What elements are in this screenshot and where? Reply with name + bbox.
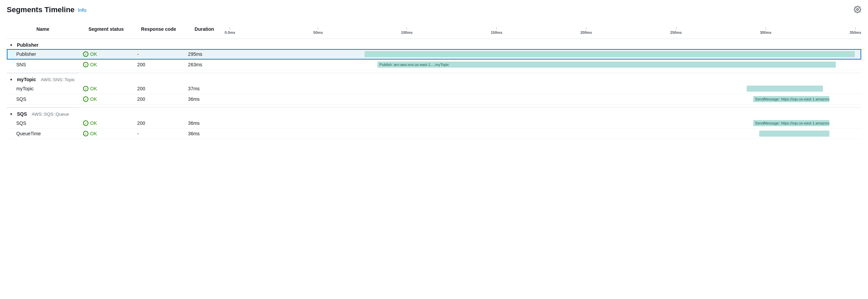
row-response-code: - <box>133 49 184 60</box>
ok-icon: ✓ <box>83 86 88 91</box>
timeline-bar: Publish: arn:aws:sns:us-east-1:...:myTop… <box>377 62 836 68</box>
row-name: QueueTime <box>7 129 79 139</box>
ok-icon: ✓ <box>83 62 88 67</box>
timeline-cell: SendMessage: https://sqs.us-east-1.amazo… <box>225 118 861 128</box>
scale-tick: 50ms <box>313 27 323 34</box>
timeline-cell <box>225 49 861 59</box>
col-response-header: Response code <box>133 20 184 39</box>
timeline-bar <box>365 51 855 57</box>
bar-label: Publish: arn:aws:sns:us-east-1:...:myTop… <box>379 63 449 67</box>
table-row[interactable]: SQS ✓ OK 200 36ms SendMessage: https://s… <box>7 94 861 105</box>
status-label: OK <box>90 86 97 91</box>
ok-icon: ✓ <box>83 96 88 102</box>
scale-tick: 0.0ms <box>225 27 235 34</box>
row-timeline <box>225 129 861 139</box>
row-timeline: SendMessage: https://sqs.us-east-1.amazo… <box>225 118 861 129</box>
scale-tick: 100ms <box>401 27 413 34</box>
timeline-cell: SendMessage: https://sqs.us-east-1.amazo… <box>225 94 861 104</box>
row-status: ✓ OK <box>79 118 133 129</box>
row-response-code: 200 <box>133 60 184 70</box>
col-duration-header: Duration <box>184 20 225 39</box>
row-name: SQS <box>7 118 79 129</box>
scale-tick: 250ms <box>670 27 682 34</box>
timeline-table: Name Segment status Response code Durati… <box>7 20 861 139</box>
timeline-scale: 0.0ms50ms100ms150ms200ms250ms300ms350ms <box>225 22 861 36</box>
timeline-bar: SendMessage: https://sqs.us-east-1.amazo… <box>753 120 829 126</box>
col-timeline-header: 0.0ms50ms100ms150ms200ms250ms300ms350ms <box>225 20 861 39</box>
row-response-code: - <box>133 129 184 139</box>
timeline-bar <box>747 86 823 92</box>
group-type-label: AWS::SNS::Topic <box>41 77 75 82</box>
timeline-cell <box>225 129 861 138</box>
row-response-code: 200 <box>133 118 184 129</box>
ok-icon: ✓ <box>83 120 88 126</box>
scale-ticks: 0.0ms50ms100ms150ms200ms250ms300ms350ms <box>225 27 861 34</box>
chevron-icon[interactable]: ▼ <box>9 78 13 82</box>
page-header-left: Segments Timeline Info <box>7 5 86 14</box>
page-title: Segments Timeline <box>7 5 75 14</box>
row-status: ✓ OK <box>79 129 133 139</box>
page-container: Segments Timeline Info Name Segment stat… <box>0 0 868 144</box>
row-response-code: 200 <box>133 84 184 94</box>
group-name: Publisher <box>17 42 39 48</box>
col-status-header: Segment status <box>79 20 133 39</box>
scale-tick: 200ms <box>580 27 592 34</box>
status-label: OK <box>90 131 97 136</box>
row-duration: 263ms <box>184 60 225 70</box>
row-duration: 36ms <box>184 118 225 129</box>
row-status: ✓ OK <box>79 94 133 105</box>
group-name: myTopic <box>17 77 36 82</box>
row-status: ✓ OK <box>79 49 133 60</box>
table-row[interactable]: myTopic ✓ OK 200 37ms <box>7 84 861 94</box>
row-timeline: Publish: arn:aws:sns:us-east-1:...:myTop… <box>225 60 861 70</box>
settings-icon[interactable] <box>854 6 861 14</box>
group-separator <box>7 70 861 73</box>
scale-tick: 150ms <box>491 27 502 34</box>
table-row[interactable]: Publisher ✓ OK - 295ms <box>7 49 861 60</box>
bar-label: SendMessage: https://sqs.us-east-1.amazo… <box>755 121 829 125</box>
table-row[interactable]: QueueTime ✓ OK - 36ms <box>7 129 861 139</box>
row-name: Publisher <box>7 49 79 60</box>
scale-tick: 350ms <box>850 27 861 34</box>
status-label: OK <box>90 120 97 126</box>
group-header-mytopic-group: ▼ myTopic AWS::SNS::Topic <box>7 73 861 84</box>
timeline-bar <box>759 131 829 137</box>
timeline-cell <box>225 84 861 93</box>
svg-point-0 <box>856 8 859 10</box>
timeline-bar: SendMessage: https://sqs.us-east-1.amazo… <box>753 96 829 102</box>
row-name: SQS <box>7 94 79 105</box>
chevron-icon[interactable]: ▼ <box>9 112 13 116</box>
page-header: Segments Timeline Info <box>7 5 861 14</box>
scale-tick: 300ms <box>760 27 771 34</box>
row-timeline <box>225 84 861 94</box>
row-timeline <box>225 49 861 60</box>
row-response-code: 200 <box>133 94 184 105</box>
group-type-label: AWS::SQS::Queue <box>32 112 69 117</box>
table-row[interactable]: SQS ✓ OK 200 36ms SendMessage: https://s… <box>7 118 861 129</box>
info-link[interactable]: Info <box>78 7 86 13</box>
group-header-publisher-group: ▼ Publisher <box>7 39 861 49</box>
row-duration: 37ms <box>184 84 225 94</box>
chevron-icon[interactable]: ▼ <box>9 43 13 47</box>
table-row[interactable]: SNS ✓ OK 200 263ms Publish: arn:aws:sns:… <box>7 60 861 70</box>
row-timeline: SendMessage: https://sqs.us-east-1.amazo… <box>225 94 861 105</box>
status-label: OK <box>90 96 97 102</box>
group-name: SQS <box>17 111 27 117</box>
row-name: SNS <box>7 60 79 70</box>
row-status: ✓ OK <box>79 60 133 70</box>
col-name-header: Name <box>7 20 79 39</box>
row-status: ✓ OK <box>79 84 133 94</box>
status-label: OK <box>90 51 97 57</box>
row-duration: 36ms <box>184 94 225 105</box>
row-duration: 295ms <box>184 49 225 60</box>
ok-icon: ✓ <box>83 51 88 57</box>
table-header-row: Name Segment status Response code Durati… <box>7 20 861 39</box>
bar-label: SendMessage: https://sqs.us-east-1.amazo… <box>755 97 829 101</box>
status-label: OK <box>90 62 97 67</box>
ok-icon: ✓ <box>83 131 88 136</box>
group-header-sqs-group: ▼ SQS AWS::SQS::Queue <box>7 108 861 118</box>
row-duration: 36ms <box>184 129 225 139</box>
row-name: myTopic <box>7 84 79 94</box>
group-separator <box>7 105 861 108</box>
timeline-cell: Publish: arn:aws:sns:us-east-1:...:myTop… <box>225 60 861 69</box>
